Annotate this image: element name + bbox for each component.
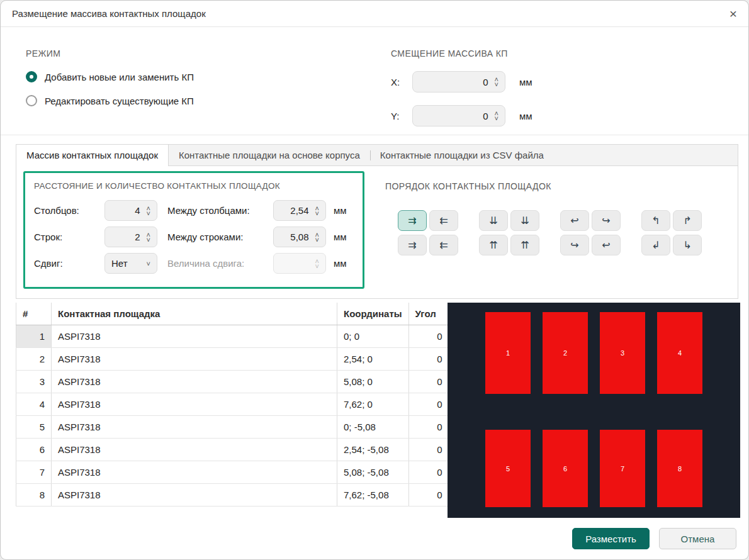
columns-spinner[interactable]: 4 ˄˅ (104, 200, 157, 221)
pad-name: ASPI7318 (52, 348, 337, 371)
shift-label: Сдвиг: (34, 258, 104, 269)
table-row[interactable]: 7 ASPI7318 5,08; -5,08 0 (16, 461, 449, 484)
order-group-serpentine-columns: ↰ ↱ ↲ ↳ (641, 210, 702, 255)
order-columns-down-from-right-button[interactable]: ⇊ (510, 210, 539, 231)
section-divider (1, 135, 748, 135)
preview-pad: 4 (657, 312, 702, 394)
tab-pads-from-footprint[interactable]: Контактные площадки на основе корпуса (169, 145, 370, 165)
radio-button-selected-icon[interactable] (26, 71, 37, 82)
tab-area: Массив контактных площадок Контактные пл… (16, 144, 738, 299)
pad-angle: 0 (408, 439, 449, 461)
row-spacing-label: Между строками: (167, 232, 273, 242)
row-spacing-spinner[interactable]: 5,08 ˄˅ (273, 227, 326, 247)
spinner-arrows-icon[interactable]: ˄˅ (315, 232, 319, 242)
chevron-down-icon: ˅ (147, 260, 150, 267)
order-columns-down-from-left-button[interactable]: ⇊ (479, 210, 508, 231)
spinner-arrows-icon[interactable]: ˄˅ (315, 206, 319, 216)
tab-panel: РАССТОЯНИЕ И КОЛИЧЕСТВО КОНТАКТНЫХ ПЛОЩА… (16, 165, 738, 299)
order-serpentine-columns-bottom-left-button[interactable]: ↲ (641, 235, 670, 255)
table-row[interactable]: 4 ASPI7318 7,62; 0 0 (16, 393, 449, 416)
pad-angle: 0 (408, 371, 449, 393)
preview-pad: 1 (485, 312, 531, 394)
pad-angle: 0 (408, 461, 449, 484)
table-row[interactable]: 1 ASPI7318 0; 0 0 (16, 325, 449, 348)
offset-x-spinner[interactable]: 0 ˄˅ (412, 71, 505, 92)
preview-pad: 7 (600, 430, 645, 507)
pad-angle: 0 (408, 325, 449, 348)
cancel-button[interactable]: Отмена (659, 528, 736, 549)
pad-name: ASPI7318 (52, 325, 337, 348)
order-serpentine-rows-bottom-right-button[interactable]: ↩ (592, 235, 621, 255)
table-row[interactable]: 8 ASPI7318 7,62; -5,08 0 (16, 484, 449, 507)
pad-coordinates: 5,08; 0 (337, 371, 409, 393)
header-angle: Угол (408, 303, 449, 325)
order-rows-left-from-top-button[interactable]: ⇇ (429, 210, 458, 231)
preview-pad: 5 (485, 430, 531, 507)
order-serpentine-rows-bottom-left-button[interactable]: ↪ (560, 235, 589, 255)
radio-add-new-label: Добавить новые или заменить КП (45, 72, 194, 82)
order-group-rows: ⇉ ⇇ ⇉ ⇇ (398, 210, 458, 255)
pad-name: ASPI7318 (52, 439, 337, 461)
radio-edit-existing[interactable]: Редактировать существующие КП (26, 95, 194, 106)
order-columns-up-from-left-button[interactable]: ⇈ (479, 235, 508, 255)
offset-x-value: 0 (419, 77, 488, 87)
pad-name: ASPI7318 (52, 416, 337, 439)
offset-y-spinner[interactable]: 0 ˄˅ (412, 105, 505, 126)
table-row[interactable]: 6 ASPI7318 2,54; -5,08 0 (16, 439, 449, 461)
order-columns-up-from-right-button[interactable]: ⇈ (510, 235, 539, 255)
tab-pad-array[interactable]: Массив контактных площадок (16, 145, 169, 165)
mode-heading: РЕЖИМ (26, 48, 194, 59)
columns-label: Столбцов: (34, 205, 104, 216)
radio-edit-existing-label: Редактировать существующие КП (45, 96, 194, 106)
pad-array-dialog: Размещение массива контактных площадок ×… (0, 0, 749, 560)
radio-add-new[interactable]: Добавить новые или заменить КП (26, 71, 194, 82)
table-row[interactable]: 5 ASPI7318 0; -5,08 0 (16, 416, 449, 439)
pad-coordinates: 7,62; -5,08 (337, 484, 409, 507)
order-serpentine-columns-top-left-button[interactable]: ↰ (641, 210, 670, 231)
order-serpentine-columns-bottom-right-button[interactable]: ↳ (673, 235, 702, 255)
row-number: 3 (16, 371, 52, 393)
row-number: 5 (16, 416, 52, 439)
column-spacing-value: 2,54 (280, 205, 309, 216)
offset-section: СМЕЩЕНИЕ МАССИВА КП X: 0 ˄˅ мм Y: 0 ˄˅ м… (391, 48, 555, 126)
spacing-count-heading: РАССТОЯНИЕ И КОЛИЧЕСТВО КОНТАКТНЫХ ПЛОЩА… (34, 181, 354, 191)
rows-spinner[interactable]: 2 ˄˅ (104, 227, 157, 247)
shift-amount-label: Величина сдвига: (167, 258, 273, 269)
close-icon[interactable]: × (729, 7, 737, 20)
order-serpentine-rows-start-right-button[interactable]: ↪ (592, 210, 621, 231)
row-number: 6 (16, 439, 52, 461)
table-row[interactable]: 2 ASPI7318 2,54; 0 0 (16, 348, 449, 371)
column-spacing-spinner[interactable]: 2,54 ˄˅ (273, 200, 326, 221)
order-rows-left-from-bottom-button[interactable]: ⇇ (429, 235, 458, 255)
shift-select[interactable]: Нет ˅ (104, 253, 157, 274)
radio-button-unselected-icon[interactable] (26, 95, 37, 106)
pad-order-heading: ПОРЯДОК КОНТАКТНЫХ ПЛОЩАДОК (385, 181, 551, 191)
spinner-arrows-icon[interactable]: ˄˅ (147, 206, 150, 216)
offset-x-unit: мм (519, 77, 532, 87)
preview-pad: 2 (543, 312, 588, 394)
row-spacing-value: 5,08 (280, 232, 309, 242)
order-rows-right-from-top-button[interactable]: ⇉ (398, 210, 427, 231)
row-number: 1 (16, 325, 52, 348)
spinner-arrows-icon[interactable]: ˄˅ (495, 77, 498, 87)
header-number: # (16, 303, 52, 325)
table-row[interactable]: 3 ASPI7318 5,08; 0 0 (16, 371, 449, 393)
spinner-arrows-icon[interactable]: ˄˅ (495, 111, 498, 121)
header-pad: Контактная площадка (52, 303, 337, 325)
spinner-arrows-icon[interactable]: ˄˅ (147, 232, 150, 242)
pad-name: ASPI7318 (52, 461, 337, 484)
order-serpentine-columns-top-right-button[interactable]: ↱ (673, 210, 702, 231)
tab-pads-from-csv[interactable]: Контактные площадки из CSV файла (370, 145, 554, 165)
shift-amount-unit: мм (334, 258, 356, 269)
spinner-arrows-icon: ˄˅ (315, 259, 319, 269)
row-spacing-unit: мм (334, 232, 356, 242)
order-rows-right-from-bottom-button[interactable]: ⇉ (398, 235, 427, 255)
spacing-count-group: РАССТОЯНИЕ И КОЛИЧЕСТВО КОНТАКТНЫХ ПЛОЩА… (23, 171, 364, 289)
row-number: 4 (16, 393, 52, 416)
dialog-footer: Разместить Отмена (572, 528, 736, 549)
pad-angle: 0 (408, 348, 449, 371)
preview-pad: 3 (600, 312, 645, 394)
place-button[interactable]: Разместить (572, 528, 650, 549)
order-serpentine-rows-start-left-button[interactable]: ↩ (560, 210, 589, 231)
titlebar: Размещение массива контактных площадок × (1, 1, 748, 27)
